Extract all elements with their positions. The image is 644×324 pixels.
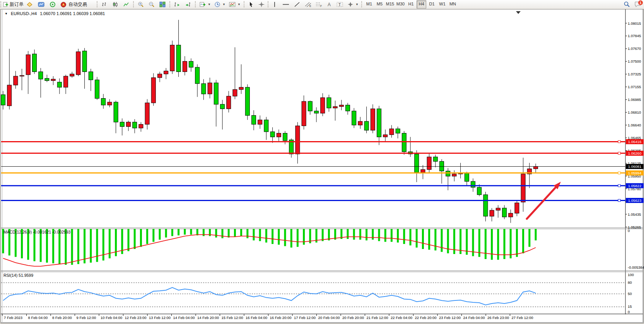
timeframe-button-M5[interactable]: M5 [375,0,384,8]
line-handle[interactable] [618,184,620,187]
chart-canvas: 1.080151.078451.076701.075001.073251.071… [0,0,644,324]
timeframe-button-D1[interactable]: D1 [427,0,437,8]
search-icon [624,1,630,7]
candle [1,95,5,105]
chevron-down-icon: ▼ [222,3,225,6]
candle [308,101,312,111]
macd-histogram-bar [410,229,412,246]
candle [433,157,437,161]
macd-histogram-bar [391,229,393,242]
rsi-axis-label: 100 [628,273,634,277]
toolbar-grip[interactable] [268,1,269,7]
line-chart-button[interactable] [121,0,131,8]
add-indicator-button[interactable]: ▼ [198,0,212,8]
indicator-list-button[interactable] [183,0,193,8]
candlestick-chart-button[interactable] [111,0,120,8]
timeframe-button-M15[interactable]: M15 [385,0,395,8]
macd-label: MACD(12,26,9) -0.001621 -0.002593 [3,230,71,234]
timeframe-button-W1[interactable]: W1 [437,0,447,8]
cursor-button[interactable] [247,0,255,8]
add-indicator-icon [200,2,206,7]
toolbar-grip[interactable] [195,1,196,7]
zoom-out-icon [149,2,155,7]
notification-count-badge[interactable]: 1 [638,0,643,5]
macd-histogram-bar [146,229,148,244]
line-chart-icon [123,2,129,7]
timeframe-button-H4[interactable]: H4 [417,0,426,9]
horizontal-line-button[interactable] [281,0,291,8]
candle [509,213,513,217]
tile-windows-icon [159,2,166,7]
macd-histogram-bar [516,229,518,257]
indicator-window-button[interactable] [173,0,182,8]
channel-button[interactable]: E [303,0,313,8]
candle [126,122,131,126]
new-order-button[interactable]: 新订单 [2,0,25,8]
macd-histogram-bar [491,229,493,260]
price-tick-label: 1.05435 [628,212,641,217]
trendline-button[interactable] [292,0,302,8]
candle [314,111,319,113]
toolbar-grip[interactable] [244,1,245,7]
candle [352,111,356,125]
price-line-badge-label: 1.06416 [628,140,641,144]
timeframe-button-M30[interactable]: M30 [396,0,405,8]
zoom-in-button[interactable] [136,0,145,8]
line-handle[interactable] [618,140,620,143]
arrows-button[interactable]: ▼ [346,0,360,8]
fibonacci-icon: F [316,2,323,7]
text-button[interactable]: A [325,0,333,8]
crosshair-button[interactable] [257,0,266,8]
timeframe-button-MN[interactable]: MN [448,0,458,8]
toolbar-grip[interactable] [169,1,171,7]
crosshair-icon [258,2,265,7]
time-label: 20 Feb 20:00 [342,315,364,320]
chart-title: ▼ EURUSD-,H4 1.06070 1.06091 1.06039 1.0… [5,11,105,16]
candle [377,109,381,137]
line-handle[interactable] [618,152,620,154]
toolbar-grip[interactable] [133,1,135,7]
vertical-line-button[interactable] [271,0,278,8]
macd-histogram-bar [77,229,79,264]
signals-button[interactable] [48,0,57,8]
text-label-button[interactable]: T [335,0,345,8]
tile-windows-button[interactable] [158,0,167,8]
macd-histogram-bar [203,229,205,236]
search-button[interactable] [622,0,632,8]
zoom-out-button[interactable] [147,0,156,8]
toolbar-grip[interactable] [361,1,363,7]
horizontal-line-icon [282,2,289,7]
templates-button[interactable]: ▼ [227,0,242,8]
candle [233,90,237,96]
rsi-axis-label: 50 [628,292,632,296]
macd-histogram-bar [228,229,230,237]
toolbar-grip[interactable] [97,1,98,7]
macd-histogram-bar [159,229,161,240]
candle [321,98,325,113]
candle [32,54,37,72]
macd-histogram-bar [347,229,349,239]
bar-chart-button[interactable] [100,0,109,8]
price-line-badge-label: 1.06260 [628,151,641,155]
data-window-button[interactable] [36,0,46,8]
timeframe-button-M1[interactable]: M1 [364,0,374,8]
time-label: 16 Feb 04:00 [246,315,267,320]
chevron-down-icon: ▼ [208,3,211,6]
macd-histogram-bar [134,229,136,249]
market-watch-button[interactable] [25,0,34,8]
macd-histogram-bar [140,229,142,247]
trendline-icon [294,2,300,7]
macd-histogram-bar [510,229,512,258]
candlestick-chart-icon [112,2,118,7]
candle [120,122,124,126]
macd-histogram-bar [171,229,173,236]
chart-expand-icon[interactable]: ▼ [5,12,8,15]
auto-trading-button[interactable]: 自动交易 [59,0,89,8]
timeframe-button-H1[interactable]: H1 [406,0,416,8]
line-handle[interactable] [618,199,620,201]
line-handle[interactable] [618,172,620,174]
fibonacci-button[interactable]: F [314,0,324,8]
timeframes-menu-button[interactable]: ▼ [213,0,227,8]
candle [521,174,525,202]
equidistant-channel-icon: E [305,2,312,7]
